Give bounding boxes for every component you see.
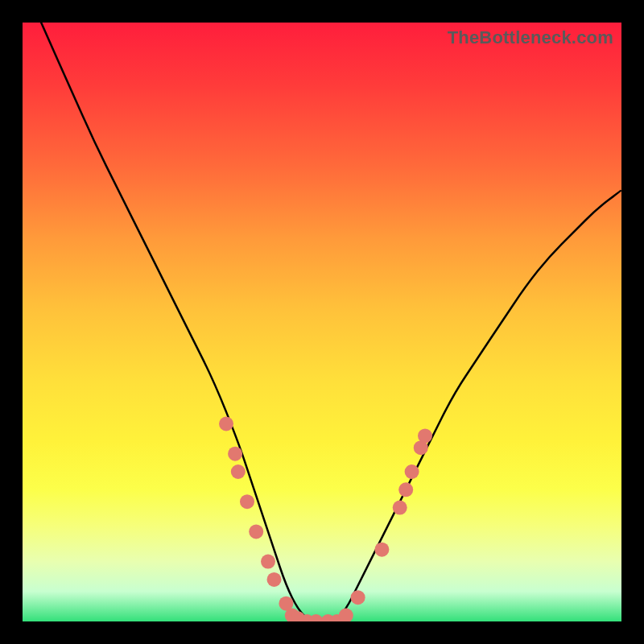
curve-marker <box>261 555 275 569</box>
plot-area: TheBottleneck.com <box>23 23 621 621</box>
chart-overlay <box>23 23 621 621</box>
chart-frame: TheBottleneck.com <box>0 0 644 644</box>
curve-marker <box>398 482 413 497</box>
curve-marker <box>374 543 389 557</box>
curve-marker <box>228 447 242 461</box>
curve-marker <box>418 428 432 443</box>
curve-marker <box>219 417 233 431</box>
curve-marker <box>393 501 407 515</box>
curve-marker <box>231 464 246 479</box>
curve-marker <box>351 590 365 605</box>
curve-marker <box>339 609 353 621</box>
curve-markers <box>219 417 432 622</box>
bottleneck-curve <box>23 23 621 621</box>
curve-marker <box>267 572 282 587</box>
curve-marker <box>249 524 263 539</box>
curve-marker <box>240 494 254 509</box>
curve-marker <box>405 464 419 479</box>
